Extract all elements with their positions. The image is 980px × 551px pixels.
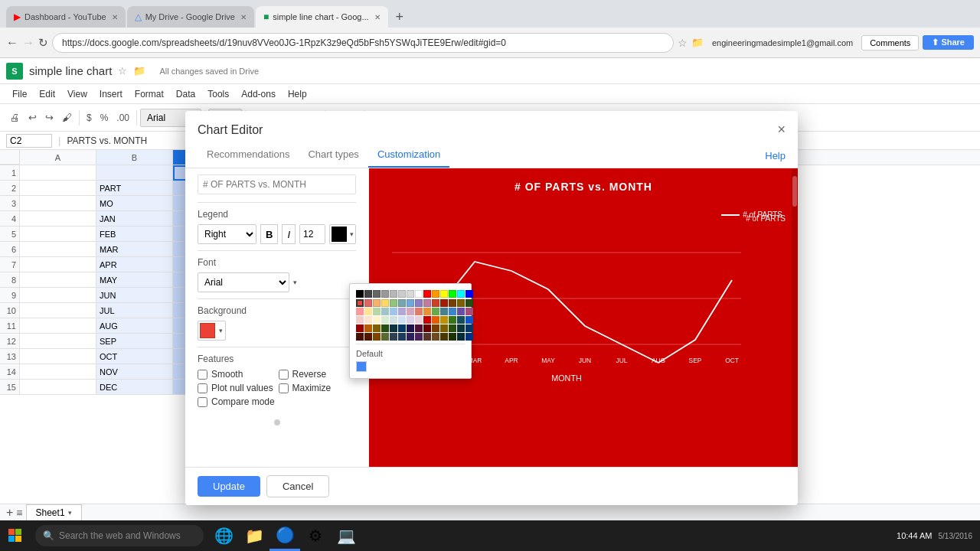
color-cell[interactable]	[356, 316, 364, 324]
legend-bold-btn[interactable]: B	[260, 224, 278, 244]
color-cell[interactable]	[457, 333, 465, 341]
legend-position-select[interactable]: RightLeftTopBottom	[198, 224, 256, 244]
color-cell[interactable]	[381, 316, 389, 324]
color-cell[interactable]	[415, 316, 423, 324]
taskbar-item-app2[interactable]: 💻	[331, 520, 361, 551]
color-cell[interactable]	[356, 308, 364, 315]
scroll-thumb[interactable]	[792, 176, 797, 207]
taskbar-search[interactable]: 🔍 Search the web and Windows	[35, 525, 204, 546]
tab-drive-close[interactable]: ✕	[240, 13, 247, 21]
cell-b1[interactable]	[96, 165, 173, 181]
dec-places-btn[interactable]: .00	[113, 110, 133, 126]
color-cell[interactable]	[398, 333, 406, 341]
color-cell[interactable]	[432, 324, 439, 332]
color-cell[interactable]	[381, 299, 389, 307]
print-btn[interactable]: 🖨	[6, 109, 24, 126]
menu-format[interactable]: Format	[129, 84, 170, 103]
color-cell[interactable]	[440, 333, 448, 341]
color-cell[interactable]	[457, 324, 465, 332]
color-cell[interactable]	[407, 290, 414, 298]
taskbar-item-ie[interactable]: 🌐	[208, 520, 239, 551]
compare-checkbox[interactable]	[198, 397, 207, 407]
folder-icon[interactable]: 📁	[133, 65, 145, 77]
currency-btn[interactable]: $	[83, 110, 96, 126]
reverse-checkbox-row[interactable]: Reverse	[279, 369, 357, 380]
color-cell[interactable]	[364, 299, 372, 307]
plot-null-checkbox-row[interactable]: Plot null values	[198, 383, 276, 393]
background-color-picker[interactable]: ▾	[198, 321, 226, 341]
legend-size-input[interactable]	[299, 224, 325, 244]
smooth-checkbox[interactable]	[198, 370, 207, 380]
color-cell[interactable]	[381, 324, 389, 332]
color-cell[interactable]	[390, 299, 397, 307]
color-cell[interactable]	[390, 316, 397, 324]
color-cell[interactable]	[373, 324, 381, 332]
color-cell[interactable]	[457, 316, 465, 324]
tab-drive[interactable]: △ My Drive - Google Drive ✕	[127, 6, 254, 28]
color-cell[interactable]	[356, 333, 364, 341]
color-cell[interactable]	[373, 316, 381, 324]
color-cell[interactable]	[364, 324, 372, 332]
cell-a1[interactable]	[20, 165, 96, 181]
color-cell[interactable]	[390, 324, 397, 332]
color-cell[interactable]	[373, 299, 381, 307]
plot-null-checkbox[interactable]	[198, 383, 207, 393]
tab-youtube[interactable]: ▶ Dashboard - YouTube ✕	[6, 6, 126, 28]
legend-italic-btn[interactable]: I	[282, 224, 296, 244]
color-cell[interactable]	[457, 308, 465, 315]
color-cell[interactable]	[449, 299, 456, 307]
maximize-checkbox[interactable]	[279, 383, 289, 393]
paint-format-btn[interactable]: 🖌	[58, 109, 76, 126]
color-cell[interactable]	[381, 308, 389, 315]
menu-file[interactable]: File	[6, 84, 33, 103]
color-cell[interactable]	[381, 333, 389, 341]
color-cell[interactable]	[432, 290, 439, 298]
menu-data[interactable]: Data	[170, 84, 201, 103]
maximize-checkbox-row[interactable]: Maximize	[279, 383, 357, 393]
color-cell[interactable]	[432, 333, 439, 341]
right-panel-scrollbar[interactable]	[792, 168, 798, 467]
color-cell[interactable]	[423, 299, 431, 307]
color-cell[interactable]	[390, 308, 397, 315]
color-cell[interactable]	[449, 324, 456, 332]
taskbar-item-folder[interactable]: 📁	[239, 520, 270, 551]
star-btn[interactable]: ☆	[678, 37, 688, 49]
color-cell[interactable]	[466, 316, 473, 324]
color-cell[interactable]	[423, 308, 431, 315]
color-cell[interactable]	[423, 290, 431, 298]
menu-tools[interactable]: Tools	[201, 84, 235, 103]
color-cell[interactable]	[449, 308, 456, 315]
smooth-checkbox-row[interactable]: Smooth	[198, 369, 276, 380]
color-cell[interactable]	[398, 299, 406, 307]
undo-btn[interactable]: ↩	[24, 109, 41, 126]
cancel-button[interactable]: Cancel	[266, 475, 329, 497]
color-cell[interactable]	[466, 324, 473, 332]
color-cell[interactable]	[466, 308, 473, 315]
color-cell[interactable]	[390, 290, 397, 298]
color-cell[interactable]	[390, 333, 397, 341]
color-cell[interactable]	[407, 316, 414, 324]
color-cell[interactable]	[449, 333, 456, 341]
address-input[interactable]	[52, 33, 674, 53]
color-cell[interactable]	[407, 324, 414, 332]
bookmark-btn[interactable]: 📁	[691, 37, 704, 48]
color-cell[interactable]	[415, 324, 423, 332]
reverse-checkbox[interactable]	[279, 370, 289, 380]
cell-ref-input[interactable]	[6, 134, 52, 148]
color-cell[interactable]	[364, 290, 372, 298]
reload-btn[interactable]: ↻	[38, 36, 48, 50]
color-cell[interactable]	[457, 299, 465, 307]
modal-help-link[interactable]: Help	[765, 144, 786, 168]
color-cell[interactable]	[432, 316, 439, 324]
color-cell[interactable]	[398, 324, 406, 332]
tab-customization[interactable]: Customization	[368, 142, 449, 168]
forward-btn[interactable]: →	[22, 36, 34, 50]
color-cell[interactable]	[364, 333, 372, 341]
color-cell[interactable]	[407, 299, 414, 307]
color-cell[interactable]	[449, 290, 456, 298]
compare-checkbox-row[interactable]: Compare mode	[198, 396, 276, 407]
color-cell[interactable]	[466, 299, 473, 307]
color-cell[interactable]	[415, 333, 423, 341]
color-cell[interactable]	[423, 324, 431, 332]
col-header-a[interactable]: A	[20, 150, 96, 165]
